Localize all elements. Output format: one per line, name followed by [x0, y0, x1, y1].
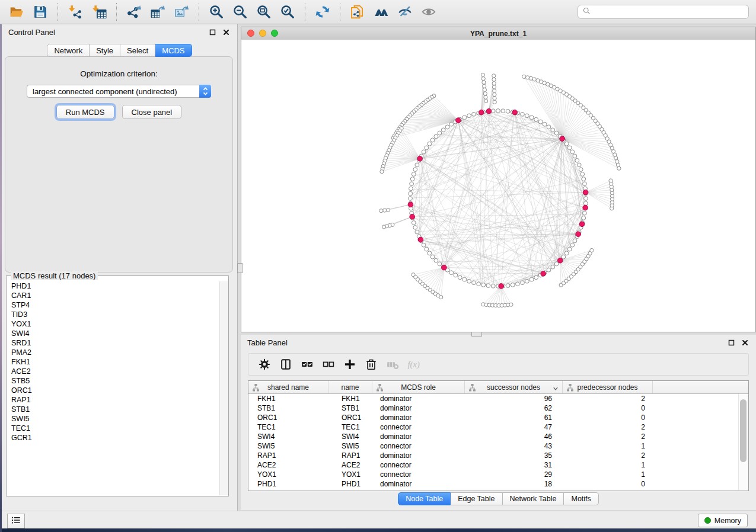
hide-selected-icon[interactable] — [396, 3, 414, 21]
zoom-selected-icon[interactable] — [279, 3, 296, 21]
mcds-result-item[interactable]: SWI4 — [7, 329, 219, 338]
open-file-icon[interactable] — [8, 3, 25, 21]
tab-motifs[interactable]: Motifs — [564, 492, 598, 505]
mcds-result-list: PHD1CAR1STP4TID3YOX1SWI4SRD1PMA2FKH1ACE2… — [7, 281, 219, 495]
optimization-criterion-dropdown[interactable]: largest connected component (undirected) — [27, 85, 211, 98]
mcds-result-item[interactable]: RAP1 — [7, 395, 219, 405]
close-panel-button[interactable]: Close panel — [122, 105, 182, 119]
mcds-result-item[interactable]: STB1 — [7, 405, 219, 414]
first-neighbors-icon[interactable] — [372, 3, 390, 21]
column-header-mcds-role[interactable]: MCDS role — [372, 381, 465, 393]
column-type-icon — [376, 383, 384, 393]
table-row[interactable]: FKH1FKH1dominator962 — [248, 394, 748, 403]
column-header-shared-name[interactable]: shared name — [248, 381, 328, 393]
table-row[interactable]: YOX1YOX1connector291 — [248, 470, 748, 479]
vertical-splitter-handle[interactable] — [237, 263, 243, 273]
table-panel-header: Table Panel — [241, 335, 756, 351]
tab-mcds[interactable]: MCDS — [155, 44, 192, 57]
tab-select[interactable]: Select — [120, 44, 155, 57]
save-session-icon[interactable] — [31, 3, 49, 21]
clone-network-icon[interactable] — [349, 3, 366, 21]
tab-style[interactable]: Style — [90, 44, 120, 57]
cell-shared-name: ACE2 — [248, 461, 328, 469]
mcds-result-item[interactable]: PHD1 — [7, 281, 219, 291]
column-header-successor-nodes[interactable]: successor nodes — [465, 381, 563, 393]
unselect-all-icon[interactable] — [320, 356, 337, 373]
mcds-result-item[interactable]: ORC1 — [7, 386, 219, 395]
table-row[interactable]: ORC1ORC1dominator610 — [248, 413, 748, 422]
zoom-in-icon[interactable] — [208, 3, 225, 21]
app-window: Control Panel NetworkStyleSelectMCDS Opt… — [0, 0, 756, 532]
table-row[interactable]: PHD1PHD1dominator180 — [248, 479, 748, 489]
table-scrollbar-thumb[interactable] — [740, 399, 747, 462]
delete-column-icon — [384, 356, 401, 373]
mcds-result-item[interactable]: TEC1 — [7, 424, 219, 433]
export-network-icon[interactable] — [125, 3, 143, 21]
column-header-predecessor-nodes[interactable]: predecessor nodes — [563, 381, 653, 393]
network-canvas[interactable] — [241, 40, 755, 332]
mcds-result-item[interactable]: PMA2 — [7, 348, 219, 357]
cell-predecessor-nodes: 0 — [563, 480, 653, 488]
import-table-icon[interactable] — [90, 3, 108, 21]
mcds-result-item[interactable]: ACE2 — [7, 367, 219, 376]
mcds-result-item[interactable]: GCR1 — [7, 433, 219, 443]
mcds-result-item[interactable]: TID3 — [7, 310, 219, 319]
export-image-icon[interactable] — [173, 3, 190, 21]
zoom-out-icon[interactable] — [231, 3, 249, 21]
mcds-result-item[interactable]: SRD1 — [7, 338, 219, 348]
tab-network[interactable]: Network — [47, 44, 90, 57]
cell-mcds-role: connector — [372, 470, 465, 479]
tab-node-table[interactable]: Node Table — [398, 492, 451, 505]
table-settings-icon[interactable] — [256, 356, 273, 373]
table-row[interactable]: RAP1RAP1dominator352 — [248, 451, 748, 460]
mcds-result-item[interactable]: SWI5 — [7, 414, 219, 424]
window-close-icon[interactable] — [247, 30, 254, 37]
zoom-fit-icon[interactable] — [255, 3, 273, 21]
mcds-result-item[interactable]: YOX1 — [7, 319, 219, 329]
run-mcds-button[interactable]: Run MCDS — [56, 105, 114, 119]
table-panel: Table Panel f(x) shared namenameMCDS rol… — [241, 335, 756, 510]
cell-successor-nodes: 31 — [465, 461, 563, 469]
mcds-result-item[interactable]: STP4 — [7, 300, 219, 310]
table-row[interactable]: SWI4SWI4dominator462 — [248, 432, 748, 441]
memory-button[interactable]: Memory — [698, 514, 748, 527]
window-zoom-icon[interactable] — [271, 30, 278, 37]
toolbar-separator — [58, 3, 58, 21]
import-network-icon[interactable] — [66, 3, 84, 21]
cell-successor-nodes: 35 — [465, 451, 563, 460]
table-row[interactable]: SWI5SWI5connector431 — [248, 441, 748, 451]
cell-shared-name: RAP1 — [248, 451, 328, 460]
table-row[interactable]: STB1STB1dominator620 — [248, 403, 748, 413]
float-table-panel-icon[interactable] — [727, 338, 736, 347]
tab-edge-table[interactable]: Edge Table — [451, 492, 502, 505]
tab-network-table[interactable]: Network Table — [503, 492, 564, 505]
add-row-icon[interactable] — [342, 356, 358, 373]
cell-shared-name: STB1 — [248, 404, 328, 412]
cell-shared-name: YOX1 — [248, 470, 328, 479]
window-minimize-icon[interactable] — [259, 30, 266, 37]
show-columns-icon[interactable] — [277, 356, 294, 373]
table-scrollbar[interactable] — [738, 394, 748, 490]
delete-row-icon[interactable] — [363, 356, 379, 373]
show-panels-button[interactable] — [7, 514, 25, 528]
toolbar-separator — [116, 3, 117, 21]
cell-successor-nodes: 96 — [465, 395, 563, 403]
close-panel-icon[interactable] — [222, 28, 231, 37]
select-all-icon[interactable] — [299, 356, 315, 373]
table-row[interactable]: TEC1TEC1connector472 — [248, 422, 748, 432]
table-row[interactable]: ACE2ACE2connector311 — [248, 460, 748, 470]
close-table-panel-icon[interactable] — [741, 338, 749, 347]
column-header-name[interactable]: name — [328, 381, 372, 393]
show-all-icon[interactable] — [420, 3, 438, 21]
float-panel-icon[interactable] — [208, 28, 217, 37]
export-table-icon[interactable] — [149, 3, 167, 21]
refresh-view-icon[interactable] — [314, 3, 331, 21]
network-window-titlebar[interactable]: YPA_prune.txt_1 — [241, 27, 755, 40]
table-panel-title: Table Panel — [247, 338, 288, 347]
mcds-list-scrollbar[interactable] — [219, 281, 228, 495]
search-input[interactable] — [594, 7, 744, 17]
mcds-result-item[interactable]: CAR1 — [7, 291, 219, 300]
horizontal-splitter-handle[interactable] — [471, 332, 482, 336]
mcds-result-item[interactable]: STB5 — [7, 376, 219, 386]
mcds-result-item[interactable]: FKH1 — [7, 357, 219, 367]
